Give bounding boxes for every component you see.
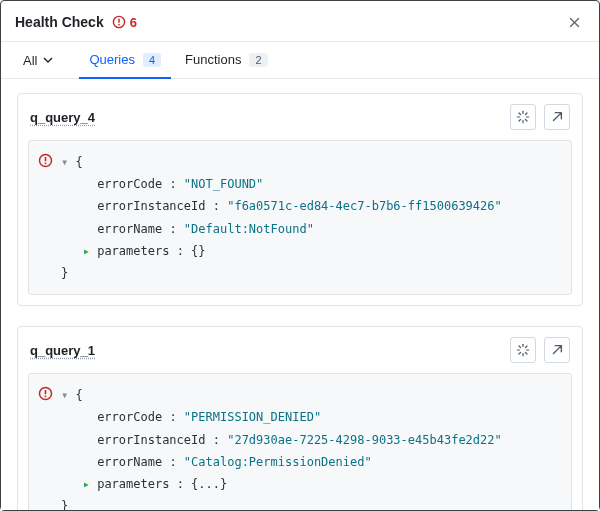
result-card: q_query_1 (17, 326, 583, 510)
field-value: "NOT_FOUND" (184, 177, 263, 191)
tab-badge: 4 (143, 53, 161, 67)
error-circle-icon (38, 153, 53, 168)
card-header: q_query_1 (18, 327, 582, 373)
svg-line-19 (525, 353, 527, 355)
svg-rect-23 (44, 390, 46, 394)
field-key: parameters (97, 477, 169, 491)
error-details: ▾ { errorCode : "NOT_FOUND" errorInstanc… (28, 140, 572, 295)
tab-label: Queries (89, 52, 135, 67)
open-external-icon (550, 343, 564, 357)
panel-title: Health Check (15, 14, 104, 30)
tab-badge: 2 (249, 53, 267, 67)
tab-functions[interactable]: Functions 2 (175, 42, 278, 79)
field-value: {...} (191, 477, 227, 491)
tab-label: Functions (185, 52, 241, 67)
field-value: "f6a0571c-ed84-4ec7-b7b6-ff1500639426" (227, 199, 502, 213)
open-external-button[interactable] (544, 337, 570, 363)
loading-button[interactable] (510, 337, 536, 363)
svg-rect-1 (118, 19, 119, 23)
svg-line-7 (519, 113, 521, 115)
field-value: "27d930ae-7225-4298-9033-e45b43fe2d22" (227, 433, 502, 447)
panel-body[interactable]: q_query_4 (1, 79, 599, 510)
json-tree[interactable]: ▾ { errorCode : "NOT_FOUND" errorInstanc… (61, 151, 502, 284)
tab-queries[interactable]: Queries 4 (79, 42, 171, 79)
close-button[interactable] (563, 11, 585, 33)
error-circle-icon (38, 386, 53, 401)
json-tree[interactable]: ▾ { errorCode : "PERMISSION_DENIED" erro… (61, 384, 502, 510)
field-key: errorName (97, 222, 162, 236)
tabs-bar: All Queries 4 Functions 2 (1, 42, 599, 79)
open-external-icon (550, 110, 564, 124)
open-external-button[interactable] (544, 104, 570, 130)
svg-line-10 (519, 119, 521, 121)
error-count-badge: 6 (112, 15, 137, 30)
loading-icon (516, 343, 530, 357)
field-value: "Catalog:PermissionDenied" (184, 455, 372, 469)
svg-rect-13 (44, 163, 46, 165)
field-key: errorName (97, 455, 162, 469)
error-details: ▾ { errorCode : "PERMISSION_DENIED" erro… (28, 373, 572, 510)
svg-line-8 (525, 119, 527, 121)
close-icon (568, 16, 581, 29)
panel-header: Health Check 6 (1, 1, 599, 42)
svg-rect-24 (44, 396, 46, 398)
field-value: "PERMISSION_DENIED" (184, 410, 321, 424)
svg-rect-2 (118, 24, 119, 25)
svg-line-20 (525, 346, 527, 348)
svg-line-21 (519, 353, 521, 355)
result-card: q_query_4 (17, 93, 583, 306)
loading-button[interactable] (510, 104, 536, 130)
query-name-link[interactable]: q_query_1 (30, 343, 95, 358)
field-key: errorInstanceId (97, 199, 205, 213)
loading-icon (516, 110, 530, 124)
field-key: errorInstanceId (97, 433, 205, 447)
field-key: errorCode (97, 177, 162, 191)
field-value: {} (191, 244, 205, 258)
error-count-value: 6 (130, 15, 137, 30)
health-check-panel: Health Check 6 All Queries 4 (0, 0, 600, 511)
svg-line-18 (519, 346, 521, 348)
field-key: errorCode (97, 410, 162, 424)
error-circle-icon (112, 15, 126, 29)
field-key: parameters (97, 244, 169, 258)
tab-all-label: All (23, 53, 37, 68)
card-header: q_query_4 (18, 94, 582, 140)
svg-rect-12 (44, 157, 46, 161)
tab-all[interactable]: All (15, 43, 61, 78)
field-value: "Default:NotFound" (184, 222, 314, 236)
svg-line-9 (525, 113, 527, 115)
caret-down-icon (43, 55, 53, 65)
query-name-link[interactable]: q_query_4 (30, 110, 95, 125)
